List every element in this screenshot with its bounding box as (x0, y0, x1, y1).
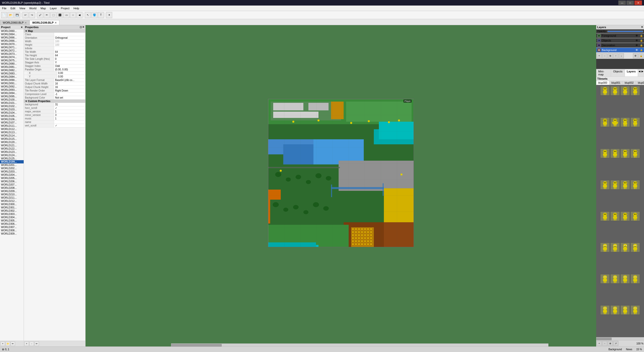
menu-map[interactable]: Map (38, 6, 48, 10)
layer-background[interactable]: ▦ Background 👁 🔒 (596, 48, 644, 53)
tree-item[interactable]: WORLD306... (0, 222, 24, 226)
open-button[interactable]: 📂 (8, 12, 14, 18)
map-area[interactable]: Player (86, 25, 596, 346)
tree-item[interactable]: WORLD081... (0, 65, 24, 69)
opacity-slider[interactable] (608, 31, 643, 32)
tree-item[interactable]: WORLD205... (0, 177, 24, 180)
tree-item[interactable]: WORLD092... (0, 85, 24, 88)
add-layer-button[interactable]: + (597, 53, 602, 58)
tree-item[interactable]: WORLD073... (0, 52, 24, 56)
tree-item[interactable]: WORLD111... (0, 124, 24, 127)
edit-property-button[interactable]: ✏ (34, 341, 39, 346)
save-button[interactable]: 💾 (14, 12, 20, 18)
stamp-button[interactable]: 🖊 (37, 12, 43, 18)
tree-item-active[interactable]: WORLD199... (0, 160, 24, 163)
tree-item[interactable]: WORLD107... (0, 121, 24, 124)
layer-lock-toggle[interactable]: 🔓 (639, 34, 643, 37)
tile-cell[interactable] (620, 149, 630, 158)
layer-objects[interactable]: ◈ Objects 👁 🔓 (596, 38, 644, 43)
tile-cell[interactable] (630, 211, 640, 221)
layer-decoration[interactable]: ▦ Decoration 👁 🔓 (596, 43, 644, 48)
tree-item[interactable]: WORLD201... (0, 163, 24, 167)
tab-close-project[interactable]: ✕ (25, 21, 27, 24)
add-map-button[interactable]: + (1, 341, 5, 346)
layer-lock-toggle[interactable]: 🔓 (639, 43, 643, 47)
scroll-left-button[interactable]: ◀ (638, 69, 641, 76)
tab-project[interactable]: WORLD060.BLP ✕ (0, 20, 29, 25)
tree-item[interactable]: WORLD202... (0, 167, 24, 170)
tree-item[interactable]: WORLD208... (0, 186, 24, 190)
tree-item[interactable]: WORLD308... (0, 229, 24, 232)
delete-property-button[interactable]: - (29, 341, 34, 346)
tree-item[interactable]: WORLD120... (0, 141, 24, 144)
tab-close-world199[interactable]: ✕ (55, 21, 57, 24)
tree-item[interactable]: WORLD212... (0, 199, 24, 203)
tree-item[interactable]: WORLD066... (0, 39, 24, 42)
cursor-button[interactable]: ↖ (85, 12, 91, 18)
tree-item[interactable]: WORLD302... (0, 209, 24, 212)
tree-item[interactable]: WORLD064... (0, 33, 24, 36)
tree-item[interactable]: WORLD093... (0, 88, 24, 92)
tile-cell[interactable] (620, 243, 630, 252)
tree-item[interactable]: WORLD204... (0, 173, 24, 177)
tree-item[interactable]: WORLD090... (0, 78, 24, 82)
tree-item[interactable]: WORLD122... (0, 147, 24, 150)
select-button[interactable]: ⬚ (50, 12, 56, 18)
bucket-button[interactable]: 🪣 (91, 12, 97, 18)
tree-item[interactable]: WORLD124... (0, 154, 24, 157)
tile-cell[interactable] (630, 243, 640, 252)
redo-button[interactable]: ↪ (29, 12, 35, 18)
tree-item[interactable]: WORLD112... (0, 127, 24, 131)
folder-button[interactable]: 📁 (6, 341, 10, 346)
scroll-right-button[interactable]: ▶ (641, 69, 644, 76)
layer-lock-toggle[interactable]: 🔓 (639, 39, 643, 42)
edit-button[interactable]: ✏ (11, 341, 15, 346)
tile-cell[interactable] (630, 86, 640, 96)
duplicate-layer-button[interactable]: ⧉ (608, 53, 613, 58)
move-layer-down-button[interactable]: ↓ (619, 53, 624, 58)
tile-cell[interactable] (620, 305, 630, 315)
tree-item[interactable]: WORLD080... (0, 62, 24, 65)
menu-help[interactable]: Help (71, 6, 81, 10)
tile-cell[interactable] (620, 274, 630, 284)
tile-cell[interactable] (620, 117, 630, 127)
tree-item[interactable]: WORLD075... (0, 59, 24, 62)
tile-cell[interactable] (620, 211, 630, 221)
tile-cell[interactable] (610, 180, 620, 190)
tile-cell[interactable] (620, 86, 630, 96)
tile-cell[interactable] (600, 117, 610, 127)
export-tileset-button[interactable]: ↗ (613, 341, 618, 346)
layer-lock-toggle[interactable]: 🔒 (639, 48, 643, 52)
tile-cell[interactable] (610, 149, 620, 158)
tree-item[interactable]: WORLD113... (0, 131, 24, 134)
menu-edit[interactable]: Edit (9, 6, 17, 10)
tree-item[interactable]: WORLD103... (0, 108, 24, 111)
tree-item[interactable]: WORLD060... (0, 29, 24, 33)
tile-cell[interactable] (630, 117, 640, 127)
tree-item[interactable]: WORLD210... (0, 193, 24, 196)
tileset-tab-0[interactable]: blup000 (596, 81, 610, 85)
tile-cell[interactable] (610, 211, 620, 221)
tree-item[interactable]: WORLD203... (0, 170, 24, 173)
tree-item[interactable]: WORLD102... (0, 105, 24, 108)
menu-layer[interactable]: Layer (48, 6, 59, 10)
tree-item[interactable]: WORLD301... (0, 206, 24, 209)
remove-layer-button[interactable]: - (602, 53, 607, 58)
tile-cell[interactable] (630, 180, 640, 190)
tree-item[interactable]: WORLD209... (0, 190, 24, 193)
shape-button[interactable]: ▭ (63, 12, 69, 18)
layer-visibility-toggle[interactable]: 👁 (635, 43, 638, 47)
objects-tab[interactable]: Objects (611, 69, 625, 76)
tile-cell[interactable] (600, 211, 610, 221)
tree-item[interactable]: WORLD125... (0, 157, 24, 160)
ellipse-button[interactable]: ○ (70, 12, 76, 18)
tree-item[interactable]: WORLD304... (0, 216, 24, 219)
tree-item[interactable]: WORLD309... (0, 232, 24, 235)
tileset-tab-2[interactable]: blup002 (623, 81, 636, 85)
tree-item[interactable]: WORLD082... (0, 69, 24, 72)
tree-item[interactable]: WORLD091... (0, 82, 24, 85)
tree-item[interactable]: WORLD101... (0, 101, 24, 105)
tree-item[interactable]: WORLD300... (0, 203, 24, 206)
tree-item[interactable]: WORLD121... (0, 144, 24, 147)
tree-item[interactable]: WORLD114... (0, 134, 24, 137)
